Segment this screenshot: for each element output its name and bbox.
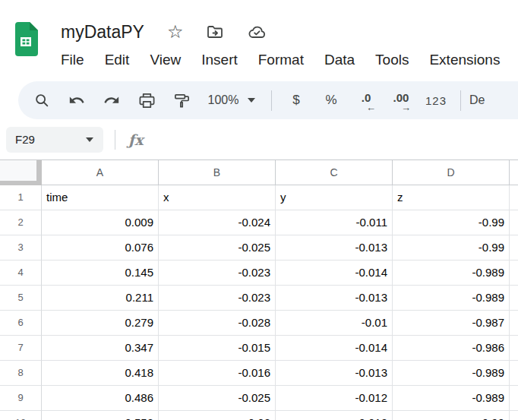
cell-D6[interactable]: -0.987 [393,311,510,336]
row-number-9[interactable]: 9 [0,386,42,411]
column-header-B[interactable]: B [159,160,276,185]
cell-D7[interactable]: -0.986 [393,336,510,361]
undo-button[interactable] [59,84,94,116]
cell-C6[interactable]: -0.01 [276,311,393,336]
print-icon [138,92,156,109]
toolbar-divider [271,90,272,111]
cell-D4[interactable]: -0.989 [393,261,510,286]
redo-icon [103,92,120,109]
row-number-1[interactable]: 1 [0,185,42,210]
cell-D2[interactable]: -0.99 [393,210,510,235]
cell-C5[interactable]: -0.013 [276,286,393,311]
move-to-folder-icon[interactable] [206,23,224,41]
cell-B6[interactable]: -0.028 [159,311,276,336]
cell-A4[interactable]: 0.145 [42,261,159,286]
cell-D3[interactable]: -0.99 [393,235,510,261]
menu-item-view[interactable]: View [150,52,181,68]
arrow-right-icon: → [401,102,411,113]
cell-B4[interactable]: -0.023 [159,261,276,286]
column-header-D[interactable]: D [393,160,510,185]
menu-item-insert[interactable]: Insert [201,52,238,68]
menu-item-data[interactable]: Data [324,52,355,68]
cell-A5[interactable]: 0.211 [42,286,159,311]
search-button[interactable] [24,84,59,116]
cell-A3[interactable]: 0.076 [42,235,159,261]
table-row: 20.009-0.024-0.011-0.99 [0,210,518,235]
table-row: 100.552-0.02-0.012-0.99 [0,411,518,420]
font-selector[interactable]: De [468,84,485,116]
formula-bar-divider [115,130,115,150]
cell-B1[interactable]: x [159,185,276,210]
cell-A9[interactable]: 0.486 [42,386,159,411]
star-icon[interactable]: ☆ [167,23,184,41]
increase-decimal-button[interactable]: .00 → [384,84,419,116]
print-button[interactable] [129,84,164,116]
cell-C9[interactable]: -0.012 [276,386,393,411]
active-cell-reference: F29 [15,133,35,146]
paint-format-button[interactable] [164,84,199,116]
cloud-saved-icon[interactable] [247,22,267,42]
row-number-8[interactable]: 8 [0,361,42,386]
row-number-7[interactable]: 7 [0,336,42,361]
cell-D1[interactable]: z [393,185,510,210]
row-number-5[interactable]: 5 [0,286,42,311]
column-header-row: ABCD [0,160,518,185]
column-header-C[interactable]: C [276,160,393,185]
undo-icon [68,92,85,109]
menu-bar: File Edit View Insert Format Data Tools … [61,49,500,71]
cell-D8[interactable]: -0.989 [393,361,510,386]
title-row: myDataPY ☆ [61,18,500,46]
cell-A7[interactable]: 0.347 [42,336,159,361]
document-title[interactable]: myDataPY [61,22,144,43]
row-number-6[interactable]: 6 [0,311,42,336]
row-sliver [510,185,518,210]
menu-item-format[interactable]: Format [258,52,304,68]
row-number-3[interactable]: 3 [0,235,42,261]
menu-item-tools[interactable]: Tools [375,52,409,68]
format-currency-button[interactable]: $ [279,84,314,116]
grid-body: 1timexyz20.009-0.024-0.011-0.9930.076-0.… [0,185,518,420]
menu-item-file[interactable]: File [61,52,84,68]
row-number-10[interactable]: 10 [0,411,42,420]
cell-B2[interactable]: -0.024 [159,210,276,235]
column-header-A[interactable]: A [42,160,159,185]
decrease-decimal-button[interactable]: .0 ← [349,84,384,116]
cell-C8[interactable]: -0.013 [276,361,393,386]
table-row: 40.145-0.023-0.014-0.989 [0,261,518,286]
name-box[interactable]: F29 [6,127,103,153]
cell-C1[interactable]: y [276,185,393,210]
row-sliver [510,411,518,420]
select-all-corner[interactable] [0,160,42,185]
cell-A1[interactable]: time [42,185,159,210]
redo-button[interactable] [94,84,129,116]
cell-B7[interactable]: -0.015 [159,336,276,361]
cell-C7[interactable]: -0.014 [276,336,393,361]
number-format-button[interactable]: 123 [419,84,453,116]
zoom-selector[interactable]: 100% [199,84,264,116]
menu-item-extensions[interactable]: Extensions [429,52,500,68]
sheets-logo-icon[interactable] [14,22,38,77]
row-number-2[interactable]: 2 [0,210,42,235]
cell-D10[interactable]: -0.99 [393,411,510,420]
cell-D9[interactable]: -0.989 [393,386,510,411]
cell-B8[interactable]: -0.016 [159,361,276,386]
cell-A2[interactable]: 0.009 [42,210,159,235]
format-percent-button[interactable]: % [314,84,349,116]
cell-B9[interactable]: -0.025 [159,386,276,411]
cell-C4[interactable]: -0.014 [276,261,393,286]
cell-A10[interactable]: 0.552 [42,411,159,420]
formula-bar: F29 ƒx [0,119,518,160]
zoom-value: 100% [208,93,239,107]
cell-A6[interactable]: 0.279 [42,311,159,336]
row-sliver [510,336,518,361]
cell-B10[interactable]: -0.02 [159,411,276,420]
cell-B3[interactable]: -0.025 [159,235,276,261]
cell-D5[interactable]: -0.989 [393,286,510,311]
cell-B5[interactable]: -0.023 [159,286,276,311]
menu-item-edit[interactable]: Edit [105,52,130,68]
cell-C10[interactable]: -0.012 [276,411,393,420]
row-number-4[interactable]: 4 [0,261,42,286]
cell-C2[interactable]: -0.011 [276,210,393,235]
cell-A8[interactable]: 0.418 [42,361,159,386]
cell-C3[interactable]: -0.013 [276,235,393,261]
